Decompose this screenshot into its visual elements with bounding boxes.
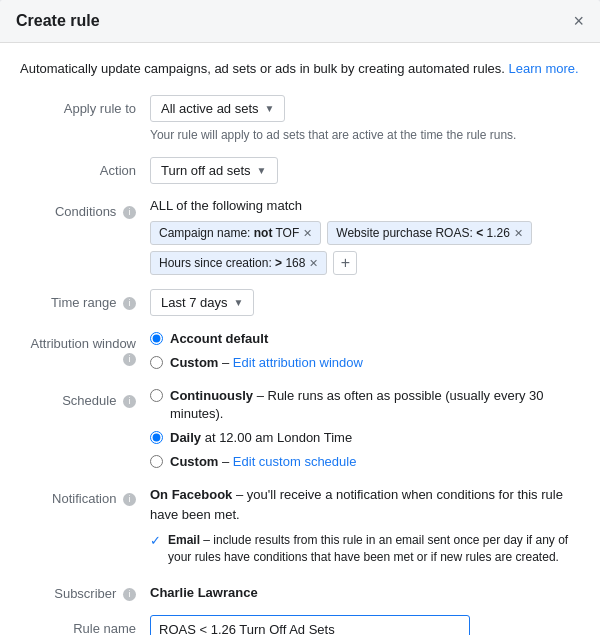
- attribution-row: Attribution window i Account default Cus…: [20, 330, 580, 372]
- conditions-info-icon: i: [123, 206, 136, 219]
- apply-rule-label: Apply rule to: [20, 95, 150, 116]
- attribution-content: Account default Custom – Edit attributio…: [150, 330, 580, 372]
- attribution-radio-group: Account default Custom – Edit attributio…: [150, 330, 580, 372]
- time-range-arrow-icon: ▼: [234, 297, 244, 308]
- action-label: Action: [20, 157, 150, 178]
- intro-text: Automatically update campaigns, ad sets …: [20, 59, 580, 79]
- learn-more-link[interactable]: Learn more.: [509, 61, 579, 76]
- condition-tags-row2: Hours since creation: > 168 ✕ +: [150, 251, 580, 275]
- remove-roas-tag-icon[interactable]: ✕: [514, 227, 523, 240]
- modal-header: Create rule ×: [0, 0, 600, 43]
- attribution-custom-radio[interactable]: [150, 356, 163, 369]
- schedule-continuous-option: Continuously – Rule runs as often as pos…: [150, 387, 580, 423]
- conditions-content: ALL of the following match Campaign name…: [150, 198, 580, 275]
- action-content: Turn off ad sets ▼: [150, 157, 580, 184]
- schedule-radio-group: Continuously – Rule runs as often as pos…: [150, 387, 580, 472]
- attribution-custom-option: Custom – Edit attribution window: [150, 354, 580, 372]
- notification-label: Notification i: [20, 485, 150, 506]
- create-rule-modal: Create rule × Automatically update campa…: [0, 0, 600, 635]
- schedule-continuous-radio[interactable]: [150, 389, 163, 402]
- schedule-label: Schedule i: [20, 387, 150, 408]
- subscriber-content: Charlie Lawrance: [150, 580, 580, 600]
- attribution-default-radio[interactable]: [150, 332, 163, 345]
- subscriber-label: Subscriber i: [20, 580, 150, 601]
- attribution-default-label[interactable]: Account default: [170, 330, 268, 348]
- rule-name-row: Rule name: [20, 615, 580, 635]
- conditions-label: Conditions i: [20, 198, 150, 219]
- attribution-custom-label[interactable]: Custom – Edit attribution window: [170, 354, 363, 372]
- subscriber-info-icon: i: [123, 588, 136, 601]
- time-range-content: Last 7 days ▼: [150, 289, 580, 316]
- attribution-default-option: Account default: [150, 330, 580, 348]
- condition-tag-hours: Hours since creation: > 168 ✕: [150, 251, 327, 275]
- condition-tags-row1: Campaign name: not TOF ✕ Website purchas…: [150, 221, 580, 245]
- condition-tag-campaign: Campaign name: not TOF ✕: [150, 221, 321, 245]
- action-row: Action Turn off ad sets ▼: [20, 157, 580, 184]
- close-button[interactable]: ×: [573, 12, 584, 30]
- modal-body: Automatically update campaigns, ad sets …: [0, 43, 600, 635]
- time-range-info-icon: i: [123, 297, 136, 310]
- schedule-custom-radio[interactable]: [150, 455, 163, 468]
- conditions-match-text: ALL of the following match: [150, 198, 580, 213]
- notification-info-icon: i: [123, 493, 136, 506]
- notification-row: Notification i On Facebook – you'll rece…: [20, 485, 580, 566]
- modal-title: Create rule: [16, 12, 100, 30]
- subscriber-row: Subscriber i Charlie Lawrance: [20, 580, 580, 601]
- notification-email-text: Email – include results from this rule i…: [168, 532, 580, 566]
- action-dropdown[interactable]: Turn off ad sets ▼: [150, 157, 278, 184]
- schedule-custom-option: Custom – Edit custom schedule: [150, 453, 580, 471]
- time-range-label: Time range i: [20, 289, 150, 310]
- add-condition-button[interactable]: +: [333, 251, 357, 275]
- email-checkmark-icon: ✓: [150, 532, 161, 550]
- schedule-continuous-label[interactable]: Continuously – Rule runs as often as pos…: [170, 387, 580, 423]
- action-dropdown-arrow-icon: ▼: [257, 165, 267, 176]
- schedule-custom-label[interactable]: Custom – Edit custom schedule: [170, 453, 356, 471]
- remove-campaign-tag-icon[interactable]: ✕: [303, 227, 312, 240]
- apply-rule-row: Apply rule to All active ad sets ▼ Your …: [20, 95, 580, 144]
- rule-name-content: [150, 615, 580, 635]
- notification-content: On Facebook – you'll receive a notificat…: [150, 485, 580, 566]
- apply-rule-content: All active ad sets ▼ Your rule will appl…: [150, 95, 580, 144]
- notification-email-row: ✓ Email – include results from this rule…: [150, 532, 580, 566]
- apply-rule-subtext: Your rule will apply to ad sets that are…: [150, 127, 580, 144]
- condition-tag-roas: Website purchase ROAS: < 1.26 ✕: [327, 221, 532, 245]
- schedule-daily-radio[interactable]: [150, 431, 163, 444]
- edit-attribution-link[interactable]: Edit attribution window: [233, 355, 363, 370]
- dropdown-arrow-icon: ▼: [265, 103, 275, 114]
- rule-name-input[interactable]: [150, 615, 470, 635]
- attribution-info-icon: i: [123, 353, 136, 366]
- remove-hours-tag-icon[interactable]: ✕: [309, 257, 318, 270]
- edit-schedule-link[interactable]: Edit custom schedule: [233, 454, 357, 469]
- apply-rule-dropdown[interactable]: All active ad sets ▼: [150, 95, 285, 122]
- schedule-info-icon: i: [123, 395, 136, 408]
- notification-main-text: On Facebook – you'll receive a notificat…: [150, 485, 580, 524]
- conditions-row: Conditions i ALL of the following match …: [20, 198, 580, 275]
- schedule-row: Schedule i Continuously – Rule runs as o…: [20, 387, 580, 472]
- time-range-row: Time range i Last 7 days ▼: [20, 289, 580, 316]
- schedule-content: Continuously – Rule runs as often as pos…: [150, 387, 580, 472]
- schedule-daily-label[interactable]: Daily at 12.00 am London Time: [170, 429, 352, 447]
- schedule-daily-option: Daily at 12.00 am London Time: [150, 429, 580, 447]
- rule-name-label: Rule name: [20, 615, 150, 635]
- time-range-dropdown[interactable]: Last 7 days ▼: [150, 289, 254, 316]
- attribution-label: Attribution window i: [20, 330, 150, 366]
- subscriber-name: Charlie Lawrance: [150, 580, 580, 600]
